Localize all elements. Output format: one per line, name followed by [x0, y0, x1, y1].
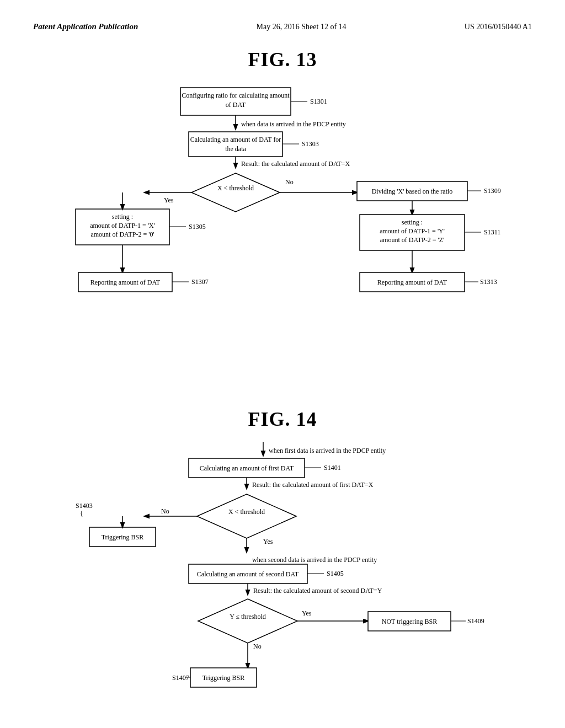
- svg-text:S1407: S1407: [172, 674, 189, 682]
- svg-marker-74: [198, 599, 297, 643]
- svg-text:S1309: S1309: [484, 187, 501, 195]
- svg-text:the data: the data: [225, 145, 246, 153]
- svg-text:when data is arrived in the PD: when data is arrived in the PDCP entity: [241, 120, 346, 128]
- fig14-container: when first data is arrived in the PDCP e…: [33, 442, 532, 728]
- svg-text:S1301: S1301: [310, 98, 327, 105]
- svg-text:Configuring ratio for calculat: Configuring ratio for calculating amount: [182, 92, 290, 99]
- page: Patent Application Publication May 26, 2…: [0, 0, 565, 728]
- svg-text:Yes: Yes: [263, 538, 273, 545]
- svg-text:X < threshold: X < threshold: [228, 508, 265, 516]
- header-title: Patent Application Publication: [33, 22, 138, 31]
- header-center: May 26, 2016 Sheet 12 of 14: [257, 23, 347, 31]
- svg-text:Reporting amount of DAT: Reporting amount of DAT: [377, 279, 447, 286]
- svg-text:Reporting amount of DAT: Reporting amount of DAT: [90, 279, 161, 286]
- svg-text:Yes: Yes: [164, 196, 174, 204]
- svg-text:amount of DATP-2 = 'Z': amount of DATP-2 = 'Z': [380, 236, 444, 244]
- fig13-container: Configuring ratio for calculating amount…: [33, 82, 532, 386]
- svg-marker-14: [191, 173, 280, 212]
- svg-text:Dividing 'X' based on the rati: Dividing 'X' based on the ratio: [372, 188, 453, 195]
- svg-text:{: {: [80, 510, 83, 517]
- svg-text:when first data is arrived in : when first data is arrived in the PDCP e…: [269, 447, 386, 454]
- svg-text:No: No: [285, 178, 294, 186]
- svg-text:Result: the calculated amount : Result: the calculated amount of first D…: [252, 481, 374, 489]
- svg-text:NOT triggering BSR: NOT triggering BSR: [382, 618, 437, 625]
- svg-text:X < threshold: X < threshold: [217, 184, 254, 192]
- svg-text:Result: the calculated amount : Result: the calculated amount of DAT=X: [241, 160, 350, 168]
- svg-text:Triggering BSR: Triggering BSR: [202, 674, 245, 682]
- svg-text:S1303: S1303: [302, 140, 319, 148]
- svg-text:S1311: S1311: [484, 228, 500, 236]
- svg-text:S1405: S1405: [327, 570, 344, 577]
- svg-text:S1313: S1313: [480, 278, 497, 286]
- svg-text:of DAT: of DAT: [226, 101, 246, 109]
- svg-text:Y ≤ threshold: Y ≤ threshold: [230, 613, 265, 620]
- svg-marker-56: [197, 494, 296, 538]
- fig13-diagram: Configuring ratio for calculating amount…: [48, 82, 517, 386]
- svg-text:S1305: S1305: [189, 223, 206, 231]
- svg-text:Calculating an amount of secon: Calculating an amount of second DAT: [197, 570, 299, 578]
- svg-text:when second data is arrived in: when second data is arrived in the PDCP …: [252, 556, 377, 564]
- svg-text:setting :: setting :: [402, 218, 423, 226]
- fig14-diagram: when first data is arrived in the PDCP e…: [48, 442, 517, 728]
- svg-text:setting :: setting :: [112, 213, 133, 221]
- svg-text:S1409: S1409: [467, 617, 484, 625]
- svg-text:Yes: Yes: [302, 609, 312, 617]
- svg-text:No: No: [253, 643, 262, 650]
- svg-text:amount of DATP-1 = 'Y': amount of DATP-1 = 'Y': [380, 227, 445, 235]
- svg-text:amount of DATP-1 = 'X': amount of DATP-1 = 'X': [90, 222, 155, 229]
- fig13-title: FIG. 13: [33, 48, 532, 71]
- svg-text:Calculating an amount of DAT f: Calculating an amount of DAT for: [190, 136, 281, 143]
- svg-text:S1403: S1403: [76, 502, 93, 510]
- svg-text:S1307: S1307: [191, 278, 209, 286]
- header-right: US 2016/0150440 A1: [465, 23, 532, 31]
- fig14-title: FIG. 14: [33, 408, 532, 431]
- svg-text:No: No: [161, 507, 169, 515]
- page-header: Patent Application Publication May 26, 2…: [33, 22, 532, 31]
- svg-text:Triggering BSR: Triggering BSR: [102, 533, 144, 541]
- svg-text:Result: the calculated amount : Result: the calculated amount of second …: [253, 587, 382, 595]
- svg-text:S1401: S1401: [324, 464, 341, 472]
- svg-text:Calculating an amount of first: Calculating an amount of first DAT: [200, 464, 294, 472]
- svg-text:amount of DATP-2 = '0': amount of DATP-2 = '0': [90, 231, 154, 238]
